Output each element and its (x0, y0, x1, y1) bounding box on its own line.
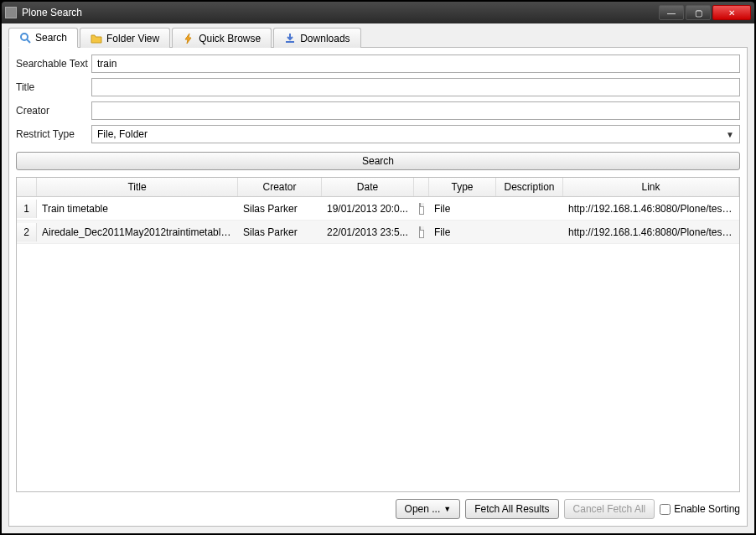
row-searchable-text: Searchable Text (16, 55, 740, 73)
enable-sorting-checkbox[interactable]: Enable Sorting (660, 503, 740, 515)
restrict-type-select[interactable]: File, Folder ▼ (91, 125, 740, 143)
tab-label: Downloads (300, 33, 350, 44)
tab-label: Folder View (106, 33, 159, 44)
svg-line-1 (27, 39, 30, 43)
cell-type: File (429, 223, 496, 242)
titlebar[interactable]: Plone Search — ▢ ✕ (2, 2, 754, 23)
cell-link: http://192.168.1.46:8080/Plone/test/aa..… (563, 223, 739, 242)
col-description[interactable]: Description (496, 178, 563, 196)
footer-bar: Open ... ▼ Fetch All Results Cancel Fetc… (16, 492, 740, 519)
folder-icon (91, 33, 102, 44)
cell-title: Airedale_Dec2011May2012traintimetable.pd… (37, 223, 238, 242)
title-label: Title (16, 81, 91, 93)
creator-input[interactable] (91, 101, 740, 120)
tab-folder-view[interactable]: Folder View (80, 28, 170, 48)
searchable-text-label: Searchable Text (16, 58, 91, 70)
cell-creator: Silas Parker (238, 200, 322, 218)
search-icon (19, 32, 31, 44)
download-icon (284, 33, 296, 44)
restrict-type-label: Restrict Type (16, 128, 91, 140)
bolt-icon (183, 33, 194, 44)
svg-point-0 (21, 34, 28, 40)
file-icon (419, 226, 424, 238)
table-body: 1 Train timetable Silas Parker 19/01/201… (17, 197, 739, 491)
creator-label: Creator (16, 105, 91, 117)
tab-label: Quick Browse (199, 33, 261, 44)
tab-panel-search: Searchable Text Title Creator Restrict T… (8, 48, 748, 527)
col-rownum[interactable] (17, 178, 37, 196)
cell-description (496, 205, 563, 212)
table-row[interactable]: 1 Train timetable Silas Parker 19/01/201… (17, 197, 739, 221)
cell-rownum: 1 (17, 200, 37, 218)
chevron-down-icon: ▼ (726, 130, 734, 139)
col-type[interactable]: Type (429, 178, 496, 196)
cell-type-icon (414, 200, 429, 218)
file-icon (419, 203, 424, 215)
window-title: Plone Search (22, 7, 659, 18)
minimize-button[interactable]: — (659, 5, 684, 20)
table-row[interactable]: 2 Airedale_Dec2011May2012traintimetable.… (17, 221, 739, 244)
col-icon[interactable] (414, 178, 429, 196)
fetch-all-button[interactable]: Fetch All Results (465, 499, 558, 519)
cell-description (496, 229, 563, 236)
cell-type: File (429, 200, 496, 218)
cell-link: http://192.168.1.46:8080/Plone/test/tr..… (563, 200, 739, 218)
open-label: Open ... (405, 503, 441, 515)
col-creator[interactable]: Creator (238, 178, 322, 196)
cell-rownum: 2 (17, 223, 37, 242)
maximize-button[interactable]: ▢ (686, 5, 711, 20)
open-button[interactable]: Open ... ▼ (396, 499, 461, 519)
row-restrict-type: Restrict Type File, Folder ▼ (16, 125, 740, 143)
tab-bar: Search Folder View Quick Browse Download… (8, 27, 748, 48)
enable-sorting-input[interactable] (660, 504, 671, 515)
col-date[interactable]: Date (322, 178, 414, 196)
col-title[interactable]: Title (37, 178, 238, 196)
search-button[interactable]: Search (16, 152, 740, 170)
cell-date: 19/01/2013 20:0... (322, 200, 414, 218)
close-button[interactable]: ✕ (712, 5, 751, 20)
cell-type-icon (414, 223, 429, 242)
table-header: Title Creator Date Type Description Link (17, 178, 739, 197)
tab-search[interactable]: Search (8, 28, 78, 48)
row-title: Title (16, 78, 740, 96)
cancel-fetch-button: Cancel Fetch All (564, 499, 655, 519)
window-controls: — ▢ ✕ (659, 5, 751, 20)
cell-date: 22/01/2013 23:5... (322, 223, 414, 242)
title-input[interactable] (91, 78, 740, 96)
cell-title: Train timetable (37, 200, 238, 218)
tab-label: Search (35, 32, 67, 44)
results-table: Title Creator Date Type Description Link… (16, 177, 740, 492)
col-link[interactable]: Link (563, 178, 739, 196)
app-icon (5, 7, 17, 18)
searchable-text-input[interactable] (91, 55, 740, 73)
app-window: Plone Search — ▢ ✕ Search Folder View Qu… (0, 0, 756, 535)
tab-downloads[interactable]: Downloads (273, 28, 360, 48)
cell-creator: Silas Parker (238, 223, 322, 242)
chevron-down-icon: ▼ (443, 505, 451, 513)
enable-sorting-label: Enable Sorting (674, 503, 740, 515)
client-area: Search Folder View Quick Browse Download… (2, 23, 754, 533)
row-creator: Creator (16, 101, 740, 120)
restrict-type-value: File, Folder (97, 128, 148, 140)
tab-quick-browse[interactable]: Quick Browse (172, 28, 272, 48)
